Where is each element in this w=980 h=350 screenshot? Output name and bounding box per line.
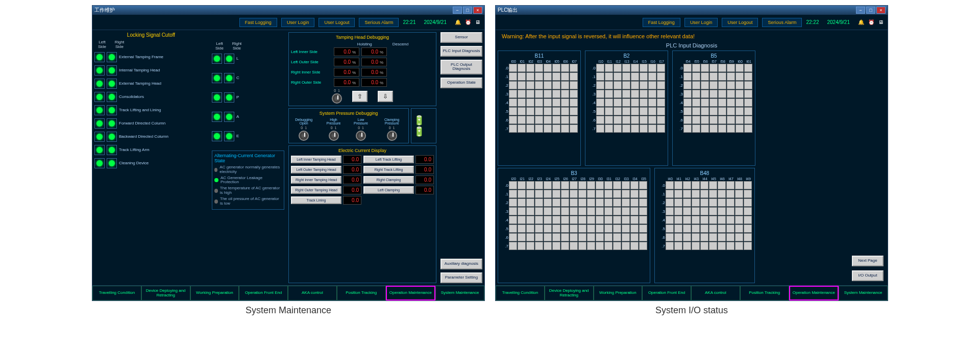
plc-cell[interactable] — [604, 181, 612, 189]
plc-cell[interactable] — [570, 198, 578, 207]
signal-right-indicator[interactable] — [107, 132, 117, 142]
close-icon[interactable]: × — [473, 7, 482, 14]
nav-button[interactable]: Travelling Condition — [496, 286, 545, 301]
plc-cell[interactable] — [614, 64, 622, 72]
plc-cell[interactable] — [630, 224, 639, 233]
plc-cell[interactable] — [544, 81, 552, 89]
plc-cell[interactable] — [727, 107, 735, 115]
nav-button[interactable]: System Maintenance — [839, 286, 888, 301]
electric-item-button[interactable]: Left Track Lifting — [363, 156, 414, 164]
signal-right-indicator[interactable] — [107, 105, 117, 115]
plc-cell[interactable] — [622, 181, 630, 189]
nav-button[interactable]: AKA control — [691, 286, 740, 301]
plc-cell[interactable] — [727, 90, 735, 98]
plc-cell[interactable] — [596, 107, 604, 115]
plc-cell[interactable] — [648, 124, 656, 133]
plc-cell[interactable] — [683, 190, 691, 198]
plc-cell[interactable] — [701, 64, 709, 72]
plc-cell[interactable] — [596, 72, 604, 81]
plc-cell[interactable] — [561, 198, 569, 207]
plc-cell[interactable] — [674, 224, 682, 233]
plc-cell[interactable] — [526, 116, 534, 124]
plc-cell[interactable] — [692, 181, 700, 189]
plc-cell[interactable] — [570, 233, 578, 241]
plc-cell[interactable] — [596, 190, 604, 198]
plc-cell[interactable] — [526, 98, 534, 107]
plc-cell[interactable] — [630, 190, 639, 198]
plc-cell[interactable] — [526, 233, 534, 241]
plc-cell[interactable] — [605, 98, 613, 107]
plc-cell[interactable] — [509, 124, 517, 133]
plc-cell[interactable] — [639, 233, 647, 241]
plc-cell[interactable] — [700, 233, 708, 241]
plc-cell[interactable] — [596, 81, 604, 89]
plc-cell[interactable] — [735, 242, 743, 250]
plc-cell[interactable] — [622, 242, 630, 250]
plc-cell[interactable] — [701, 116, 709, 124]
signal-left-indicator[interactable] — [212, 112, 222, 122]
plc-cell[interactable] — [727, 64, 735, 72]
plc-cell[interactable] — [657, 81, 665, 89]
plc-cell[interactable] — [709, 190, 717, 198]
plc-cell[interactable] — [604, 224, 612, 233]
plc-cell[interactable] — [570, 216, 578, 224]
plc-cell[interactable] — [744, 98, 752, 107]
plc-cell[interactable] — [622, 90, 630, 98]
right-panel-button[interactable]: PLC Input Diagnosis — [440, 46, 482, 57]
plc-cell[interactable] — [509, 190, 517, 198]
plc-cell[interactable] — [718, 72, 726, 81]
plc-cell[interactable] — [639, 198, 647, 207]
plc-cell[interactable] — [692, 90, 700, 98]
plc-cell[interactable] — [535, 81, 543, 89]
plc-cell[interactable] — [639, 207, 647, 215]
plc-cell[interactable] — [718, 207, 726, 215]
electric-item-button[interactable]: Right Inner Tamping Head — [291, 176, 341, 184]
plc-cell[interactable] — [614, 72, 622, 81]
plc-cell[interactable] — [509, 198, 517, 207]
signal-left-indicator[interactable] — [94, 158, 105, 168]
user-logout-button[interactable]: User Logout — [318, 18, 355, 27]
plc-cell[interactable] — [718, 224, 726, 233]
plc-cell[interactable] — [535, 190, 543, 198]
plc-cell[interactable] — [613, 233, 621, 241]
plc-cell[interactable] — [622, 207, 630, 215]
plc-cell[interactable] — [604, 242, 612, 250]
plc-cell[interactable] — [666, 198, 674, 207]
signal-right-indicator[interactable] — [107, 52, 117, 62]
right-panel-button[interactable]: Operation State — [440, 78, 482, 88]
plc-cell[interactable] — [587, 216, 595, 224]
plc-cell[interactable] — [561, 124, 569, 133]
plc-cell[interactable] — [596, 198, 604, 207]
plc-cell[interactable] — [736, 90, 744, 98]
plc-cell[interactable] — [596, 216, 604, 224]
plc-cell[interactable] — [561, 207, 569, 215]
user-logout-button[interactable]: User Logout — [722, 18, 758, 27]
plc-cell[interactable] — [526, 64, 534, 72]
plc-cell[interactable] — [744, 181, 752, 189]
plc-cell[interactable] — [657, 90, 665, 98]
signal-left-indicator[interactable] — [94, 145, 105, 155]
plc-cell[interactable] — [544, 181, 552, 189]
plc-cell[interactable] — [692, 72, 700, 81]
plc-cell[interactable] — [744, 207, 752, 215]
plc-cell[interactable] — [535, 224, 543, 233]
plc-cell[interactable] — [544, 207, 552, 215]
plc-cell[interactable] — [578, 181, 586, 189]
plc-cell[interactable] — [509, 242, 517, 250]
plc-cell[interactable] — [701, 107, 709, 115]
plc-cell[interactable] — [570, 81, 578, 89]
tamping-knob[interactable] — [332, 93, 342, 104]
plc-cell[interactable] — [570, 64, 578, 72]
plc-cell[interactable] — [518, 242, 526, 250]
plc-cell[interactable] — [587, 207, 595, 215]
down-arrow-button[interactable]: ⇩ — [378, 91, 393, 102]
signal-right-indicator[interactable] — [107, 92, 117, 102]
plc-cell[interactable] — [509, 116, 517, 124]
plc-cell[interactable] — [613, 190, 621, 198]
nav-button[interactable]: Working Preparation — [594, 286, 643, 301]
plc-cell[interactable] — [509, 90, 517, 98]
plc-cell[interactable] — [535, 181, 543, 189]
plc-cell[interactable] — [509, 107, 517, 115]
plc-cell[interactable] — [700, 207, 708, 215]
plc-cell[interactable] — [613, 207, 621, 215]
